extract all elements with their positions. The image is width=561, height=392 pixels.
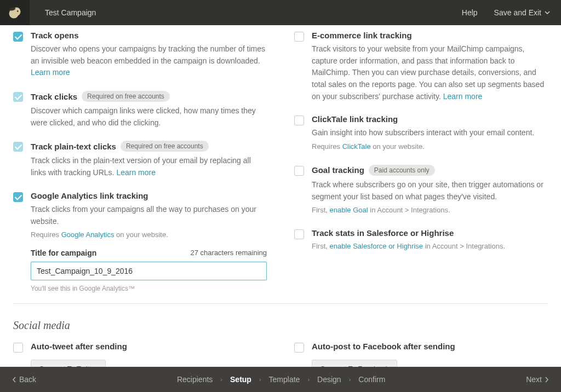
facebook-option: Auto-post to Facebook after sending Conn…	[294, 342, 548, 367]
goal-sub-link[interactable]: enable Goal	[330, 206, 368, 214]
chevron-left-icon	[12, 377, 16, 383]
step-separator-icon: ›	[349, 376, 351, 383]
wizard-steps: Recipients›Setup›Template›Design›Confirm	[36, 375, 526, 384]
chevron-down-icon	[545, 11, 550, 14]
next-button[interactable]: Next	[526, 375, 549, 384]
goal-badge: Paid accounts only	[369, 165, 435, 176]
crm-sub: First, enable Salesforce or Highrise in …	[312, 241, 548, 252]
step-separator-icon: ›	[259, 376, 261, 383]
goal-sub: First, enable Goal in Account > Integrat…	[312, 205, 548, 216]
ga-remaining: 27 characters remaining	[191, 249, 267, 257]
clicktale-requires: Requires ClickTale on your website.	[312, 141, 548, 153]
save-exit-link[interactable]: Save and Exit	[494, 8, 550, 17]
step-design[interactable]: Design	[317, 375, 341, 384]
twitter-title: Auto-tweet after sending	[31, 342, 127, 351]
clicktale-checkbox[interactable]	[294, 116, 304, 125]
logo-box	[0, 0, 30, 25]
right-column: E-commerce link tracking Track visitors …	[294, 31, 548, 292]
step-confirm[interactable]: Confirm	[358, 375, 385, 384]
next-label: Next	[526, 375, 542, 384]
clicktale-option: ClickTale link tracking Gain insight int…	[294, 114, 548, 152]
step-recipients[interactable]: Recipients	[177, 375, 213, 384]
track-opens-option: Track opens Discover who opens your camp…	[13, 31, 267, 79]
goal-checkbox[interactable]	[294, 166, 304, 176]
topbar: Test Campaign Help Save and Exit	[0, 0, 561, 25]
crm-option: Track stats in Salesforce or Highrise Fi…	[294, 228, 548, 252]
clicktale-desc: Gain insight into how subscribers intera…	[312, 127, 548, 139]
track-plain-learn-link[interactable]: Learn more	[116, 168, 156, 177]
track-plain-checkbox[interactable]	[13, 142, 23, 152]
ga-field-label: Title for campaign	[31, 249, 96, 257]
track-clicks-title: Track clicks	[31, 92, 77, 101]
connect-twitter-button[interactable]: Connect To Twitter	[31, 360, 106, 367]
facebook-checkbox[interactable]	[294, 343, 304, 353]
track-clicks-option: Track clicks Required on free accounts D…	[13, 91, 267, 129]
goal-desc: Track where subscribers go on your site,…	[312, 179, 548, 203]
track-clicks-desc: Discover which campaign links were click…	[31, 105, 267, 129]
step-template[interactable]: Template	[269, 375, 300, 384]
bottombar: Back Recipients›Setup›Template›Design›Co…	[0, 367, 561, 392]
clicktale-requires-link[interactable]: ClickTale	[342, 142, 371, 151]
social-header: Social media	[13, 303, 548, 332]
left-column: Track opens Discover who opens your camp…	[13, 31, 267, 292]
crm-checkbox[interactable]	[294, 229, 304, 239]
campaign-title: Test Campaign	[45, 8, 96, 17]
ecom-option: E-commerce link tracking Track visitors …	[294, 31, 548, 102]
crm-title: Track stats in Salesforce or Highrise	[312, 228, 454, 238]
twitter-checkbox[interactable]	[13, 343, 23, 353]
track-opens-desc: Discover who opens your campaigns by tra…	[31, 43, 267, 79]
twitter-option: Auto-tweet after sending Connect To Twit…	[13, 342, 267, 367]
ecom-learn-link[interactable]: Learn more	[443, 92, 483, 101]
step-separator-icon: ›	[220, 376, 222, 383]
ga-title: Google Analytics link tracking	[31, 191, 148, 200]
ga-requires: Requires Google Analytics on your websit…	[31, 229, 267, 241]
save-exit-label: Save and Exit	[494, 8, 541, 17]
ga-field-help: You'll see this in Google Analytics™	[31, 285, 267, 292]
ga-title-input[interactable]	[31, 262, 267, 280]
track-plain-desc: Track clicks in the plain-text version o…	[31, 155, 267, 178]
goal-option: Goal tracking Paid accounts only Track w…	[294, 165, 548, 216]
ga-desc: Track clicks from your campaigns all the…	[31, 204, 267, 227]
track-clicks-badge: Required on free accounts	[82, 91, 170, 102]
clicktale-title: ClickTale link tracking	[312, 114, 398, 124]
step-separator-icon: ›	[307, 376, 310, 383]
chevron-right-icon	[545, 377, 549, 383]
crm-sub-link[interactable]: enable Salesforce or Highrise	[330, 242, 423, 250]
track-opens-checkbox[interactable]	[13, 32, 23, 42]
ecom-checkbox[interactable]	[294, 32, 304, 42]
connect-facebook-button[interactable]: Connect To Facebook	[312, 360, 397, 367]
goal-title: Goal tracking	[312, 165, 364, 175]
track-plain-badge: Required on free accounts	[121, 141, 209, 152]
step-setup[interactable]: Setup	[230, 375, 251, 384]
svg-point-2	[17, 10, 19, 12]
track-plain-title: Track plain-text clicks	[31, 142, 116, 151]
mailchimp-logo-icon	[7, 5, 22, 20]
track-opens-title: Track opens	[31, 31, 79, 40]
back-button[interactable]: Back	[12, 375, 36, 384]
track-opens-learn-link[interactable]: Learn more	[31, 68, 70, 77]
content-area: Track opens Discover who opens your camp…	[0, 25, 561, 367]
facebook-title: Auto-post to Facebook after sending	[312, 342, 455, 351]
help-link[interactable]: Help	[462, 8, 478, 17]
track-clicks-checkbox[interactable]	[13, 92, 23, 102]
ecom-desc: Track visitors to your website from your…	[312, 43, 548, 102]
back-label: Back	[19, 375, 36, 384]
ecom-title: E-commerce link tracking	[312, 31, 412, 40]
track-plain-option: Track plain-text clicks Required on free…	[13, 141, 267, 178]
ga-option: Google Analytics link tracking Track cli…	[13, 191, 267, 292]
ga-requires-link[interactable]: Google Analytics	[61, 230, 115, 239]
ga-checkbox[interactable]	[13, 192, 23, 202]
